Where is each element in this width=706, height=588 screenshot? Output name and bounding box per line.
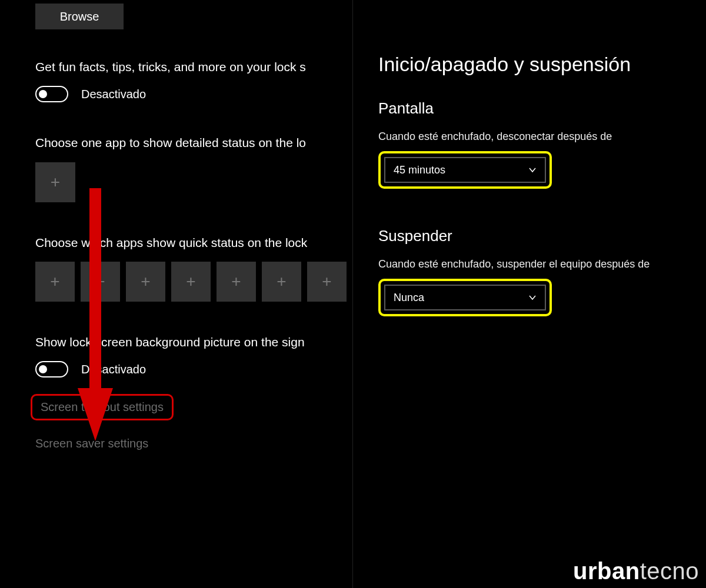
screen-timeout-label: Screen timeout settings	[41, 400, 164, 413]
signin-background-state: Desactivado	[81, 363, 146, 376]
detailed-status-tiles: +	[35, 162, 347, 202]
sleep-timeout-value: Nunca	[394, 292, 424, 304]
fun-facts-state: Desactivado	[81, 88, 146, 101]
add-app-tile[interactable]: +	[35, 162, 75, 202]
quick-status-tiles: + + + + + + +	[35, 262, 347, 302]
screen-saver-label: Screen saver settings	[35, 437, 148, 450]
screen-timeout-value: 45 minutos	[394, 164, 445, 176]
toggle-knob	[39, 90, 47, 98]
plus-icon: +	[277, 273, 286, 290]
screen-saver-settings-link[interactable]: Screen saver settings	[31, 431, 153, 456]
add-app-tile[interactable]: +	[171, 262, 211, 302]
add-app-tile[interactable]: +	[217, 262, 256, 302]
screen-timeout-dropdown[interactable]: 45 minutos	[384, 157, 546, 183]
screen-section: Pantalla Cuando esté enchufado, desconec…	[378, 99, 695, 189]
add-app-tile[interactable]: +	[262, 262, 301, 302]
signin-background-toggle[interactable]	[35, 361, 68, 377]
chevron-down-icon	[528, 166, 537, 174]
add-app-tile[interactable]: +	[126, 262, 165, 302]
sleep-subtext: Cuando esté enchufado, suspender el equi…	[378, 258, 695, 270]
toggle-knob	[39, 365, 47, 373]
chevron-down-icon	[528, 293, 537, 302]
watermark-a: urban	[573, 558, 640, 584]
plus-icon: +	[141, 273, 150, 290]
page-title: Inicio/apagado y suspensión	[378, 53, 695, 76]
sleep-heading: Suspender	[378, 227, 695, 245]
watermark: urbantecno	[573, 558, 699, 584]
plus-icon: +	[231, 273, 241, 290]
plus-icon: +	[51, 174, 60, 191]
lock-screen-settings-panel: Browse Get fun facts, tips, tricks, and …	[0, 0, 353, 588]
add-app-tile[interactable]: +	[35, 262, 75, 302]
plus-icon: +	[322, 273, 331, 290]
quick-status-setting: Choose which apps show quick status on t…	[35, 235, 347, 302]
add-app-tile[interactable]: +	[81, 262, 120, 302]
screen-heading: Pantalla	[378, 99, 695, 118]
sleep-section: Suspender Cuando esté enchufado, suspend…	[378, 227, 695, 316]
browse-button[interactable]: Browse	[35, 4, 124, 29]
detailed-status-setting: Choose one app to show detailed status o…	[35, 135, 347, 202]
fun-facts-label: Get fun facts, tips, tricks, and more on…	[35, 59, 347, 75]
screen-subtext: Cuando esté enchufado, desconectar despu…	[378, 131, 695, 143]
signin-background-toggle-row: Desactivado	[35, 361, 347, 377]
detailed-status-label: Choose one app to show detailed status o…	[35, 135, 347, 151]
quick-status-label: Choose which apps show quick status on t…	[35, 235, 347, 251]
signin-background-setting: Show lock screen background picture on t…	[35, 334, 347, 377]
signin-background-label: Show lock screen background picture on t…	[35, 334, 347, 350]
plus-icon: +	[95, 273, 105, 290]
watermark-b: tecno	[640, 558, 699, 584]
plus-icon: +	[186, 273, 195, 290]
fun-facts-toggle-row: Desactivado	[35, 86, 347, 102]
screen-timeout-settings-link[interactable]: Screen timeout settings	[31, 394, 174, 420]
fun-facts-setting: Get fun facts, tips, tricks, and more on…	[35, 59, 347, 102]
screen-dropdown-highlight: 45 minutos	[378, 151, 552, 189]
browse-label: Browse	[60, 10, 99, 24]
add-app-tile[interactable]: +	[307, 262, 347, 302]
power-sleep-settings-panel: Inicio/apagado y suspensión Pantalla Cua…	[356, 0, 706, 588]
plus-icon: +	[50, 273, 59, 290]
left-content: Get fun facts, tips, tricks, and more on…	[35, 59, 347, 456]
fun-facts-toggle[interactable]	[35, 86, 68, 102]
sleep-dropdown-highlight: Nunca	[378, 279, 552, 316]
sleep-timeout-dropdown[interactable]: Nunca	[384, 285, 546, 310]
